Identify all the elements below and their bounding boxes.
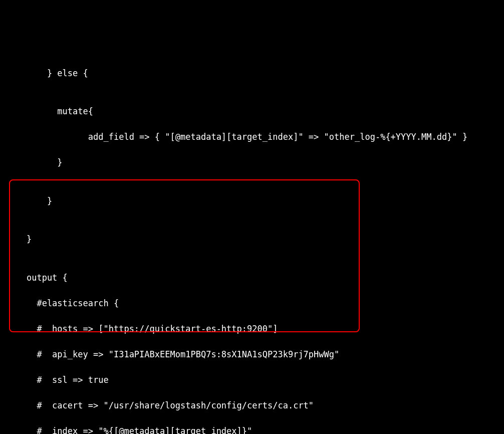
code-line: # hosts => ["https://quickstart-es-http:… <box>0 323 504 336</box>
code-line: } <box>0 195 504 208</box>
code-line: } <box>0 156 504 169</box>
code-line: } else { <box>0 67 504 80</box>
code-line: # api_key => "I31aPIABxEEMom1PBQ7s:8sX1N… <box>0 348 504 361</box>
code-line: # index => "%{[@metadata][target_index]}… <box>0 425 504 435</box>
code-block: } else { mutate{ add_field => { "[@metad… <box>0 54 504 434</box>
code-line: # ssl => true <box>0 374 504 387</box>
code-line: output { <box>0 272 504 285</box>
code-line: mutate{ <box>0 105 504 118</box>
code-line: # cacert => "/usr/share/logstash/config/… <box>0 399 504 412</box>
code-line: } <box>0 233 504 246</box>
code-line: add_field => { "[@metadata][target_index… <box>0 131 504 144</box>
code-line: #elasticsearch { <box>0 297 504 310</box>
